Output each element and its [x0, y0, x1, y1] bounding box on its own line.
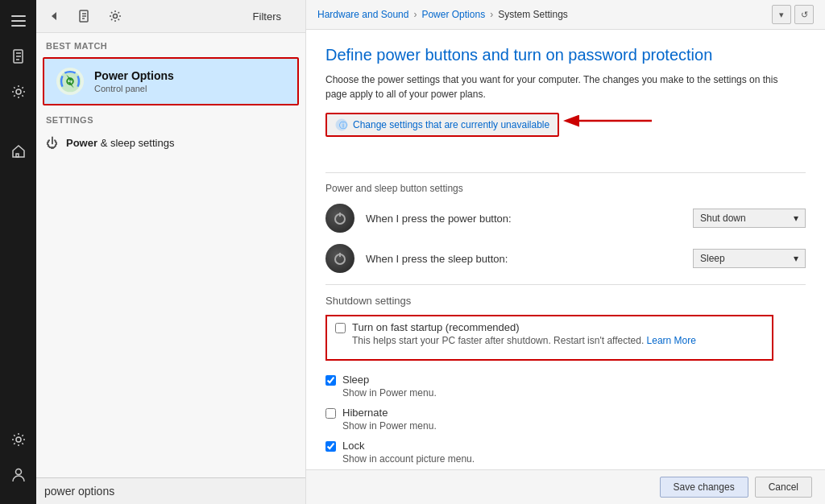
- filters-button[interactable]: Filters: [247, 7, 299, 26]
- result-text: Power Options Control panel: [94, 69, 174, 93]
- power-button-row: When I press the power button: Shut down…: [325, 204, 806, 233]
- fast-startup-box: Turn on fast startup (recommended) This …: [325, 315, 773, 361]
- power-sleep-section-heading: Power and sleep button settings: [325, 183, 806, 194]
- svg-rect-8: [16, 154, 19, 157]
- sleep-button-row: When I press the sleep button: Sleep ▾: [325, 244, 806, 273]
- sleep-button-chevron: ▾: [794, 253, 798, 264]
- home-icon[interactable]: [4, 137, 33, 166]
- settings-top-icon[interactable]: [104, 5, 126, 27]
- power-options-icon: [54, 65, 86, 97]
- hibernate-checkbox[interactable]: [325, 408, 336, 419]
- sleep-row: Sleep Show in Power menu.: [325, 374, 806, 399]
- breadcrumb-refresh-btn[interactable]: ↺: [794, 5, 814, 24]
- power-icon-circle: [325, 204, 354, 233]
- page-description: Choose the power settings that you want …: [325, 72, 793, 101]
- svg-rect-1: [11, 20, 26, 22]
- breadcrumb-hardware-sound[interactable]: Hardware and Sound: [317, 9, 408, 20]
- menu-icon[interactable]: [4, 6, 33, 35]
- change-settings-label: Change settings that are currently unava…: [353, 119, 549, 130]
- cancel-button[interactable]: Cancel: [755, 477, 812, 498]
- sleep-button-label: When I press the sleep button:: [366, 253, 682, 265]
- sleep-button-dropdown[interactable]: Sleep ▾: [693, 249, 806, 268]
- filters-label: Filters: [253, 10, 281, 23]
- shutdown-heading: Shutdown settings: [325, 295, 806, 307]
- fast-startup-desc: This helps start your PC faster after sh…: [352, 335, 696, 346]
- svg-point-12: [114, 14, 118, 19]
- svg-point-10: [15, 469, 21, 475]
- result-subtitle: Control panel: [94, 84, 174, 93]
- search-input-area: [36, 477, 305, 504]
- fast-startup-content: Turn on fast startup (recommended) This …: [352, 321, 696, 346]
- user-icon[interactable]: [4, 461, 33, 490]
- fast-startup-label: Turn on fast startup (recommended): [352, 321, 696, 333]
- breadcrumb-sep-1: ›: [413, 9, 417, 20]
- lock-label: Lock: [342, 440, 475, 452]
- sleep-content: Sleep Show in Power menu.: [342, 374, 437, 399]
- lock-desc: Show in account picture menu.: [342, 453, 475, 465]
- power-button-value: Shut down: [700, 213, 746, 224]
- svg-point-7: [16, 89, 21, 94]
- save-changes-button[interactable]: Save changes: [660, 477, 748, 498]
- section-divider-1: [325, 172, 806, 173]
- hibernate-content: Hibernate Show in Power menu.: [342, 407, 437, 432]
- power-button-label: When I press the power button:: [366, 213, 682, 225]
- sleep-desc: Show in Power menu.: [342, 387, 437, 399]
- fast-startup-checkbox[interactable]: [335, 323, 346, 333]
- settings-icon[interactable]: [4, 77, 33, 106]
- search-panel: Filters Best match Power Options Control…: [36, 0, 306, 504]
- svg-text:ⓘ: ⓘ: [339, 121, 347, 130]
- shutdown-section: Shutdown settings Turn on fast startup (…: [325, 295, 806, 465]
- section-divider-2: [325, 284, 806, 285]
- hibernate-label: Hibernate: [342, 407, 437, 419]
- file-icon[interactable]: [73, 5, 96, 27]
- settings-item-text: Power & sleep settings: [66, 137, 174, 149]
- search-top-bar: Filters: [36, 0, 305, 33]
- breadcrumb-actions: ▾ ↺: [772, 5, 814, 24]
- hibernate-row: Hibernate Show in Power menu.: [325, 407, 806, 432]
- power-button-dropdown[interactable]: Shut down ▾: [693, 209, 806, 228]
- lock-content: Lock Show in account picture menu.: [342, 440, 475, 465]
- document-icon[interactable]: [4, 42, 33, 71]
- sleep-checkbox[interactable]: [325, 375, 336, 386]
- svg-rect-2: [11, 25, 26, 27]
- breadcrumb-power-options[interactable]: Power Options: [421, 9, 485, 20]
- power-sleep-settings-item[interactable]: ⏻ Power & sleep settings: [36, 130, 305, 156]
- gear-icon[interactable]: [4, 425, 33, 454]
- lock-row: Lock Show in account picture menu.: [325, 440, 806, 465]
- footer-bar: Save changes Cancel: [306, 469, 825, 504]
- power-button-chevron: ▾: [794, 213, 798, 224]
- breadcrumb-current: System Settings: [498, 9, 568, 20]
- fast-startup-row: Turn on fast startup (recommended) This …: [335, 321, 764, 346]
- lock-checkbox[interactable]: [325, 441, 336, 452]
- back-button[interactable]: [43, 5, 65, 27]
- svg-point-9: [16, 437, 21, 442]
- settings-section-label: Settings: [36, 107, 305, 130]
- change-settings-button[interactable]: ⓘ Change settings that are currently una…: [325, 113, 559, 137]
- search-input[interactable]: [44, 485, 297, 498]
- power-sleep-icon: ⏻: [46, 136, 58, 150]
- breadcrumb-dropdown-btn[interactable]: ▾: [772, 5, 791, 24]
- best-match-label: Best match: [36, 33, 305, 56]
- sidebar: [0, 0, 36, 504]
- page-title: Define power buttons and turn on passwor…: [325, 46, 806, 64]
- sleep-icon-circle: [325, 244, 354, 273]
- hibernate-desc: Show in Power menu.: [342, 420, 437, 432]
- content-area: Define power buttons and turn on passwor…: [306, 30, 825, 469]
- svg-rect-0: [11, 15, 26, 17]
- result-title: Power Options: [94, 69, 174, 82]
- learn-more-link[interactable]: Learn More: [647, 335, 696, 346]
- sleep-label: Sleep: [342, 374, 437, 386]
- power-options-result[interactable]: Power Options Control panel: [43, 57, 299, 105]
- main-content: Hardware and Sound › Power Options › Sys…: [306, 0, 825, 504]
- breadcrumb-sep-2: ›: [490, 9, 493, 20]
- sleep-button-value: Sleep: [700, 253, 725, 264]
- breadcrumb-bar: Hardware and Sound › Power Options › Sys…: [306, 0, 825, 30]
- fast-startup-desc-text: This helps start your PC faster after sh…: [352, 335, 647, 346]
